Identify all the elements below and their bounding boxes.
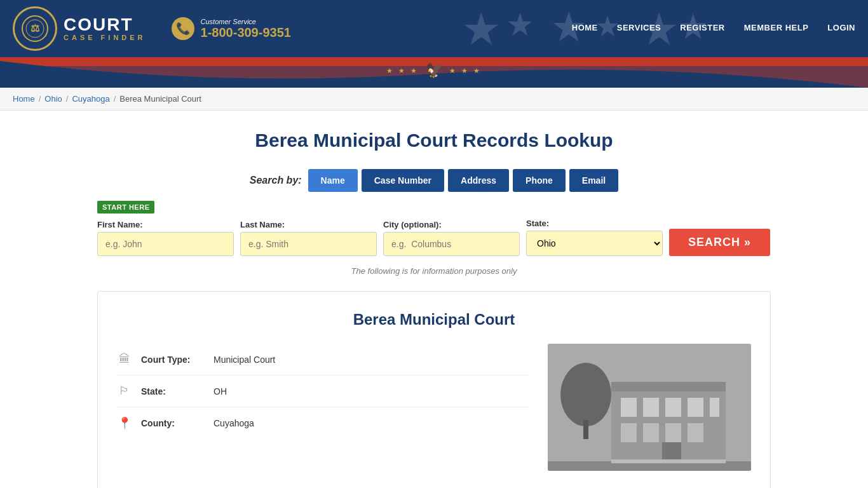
court-type-value: Municipal Court bbox=[214, 355, 275, 365]
eagle-icon: 🦅 bbox=[426, 62, 443, 79]
court-info-card: Berea Municipal Court 🏛 Court Type: Muni… bbox=[97, 291, 771, 488]
svg-rect-5 bbox=[583, 420, 588, 439]
disclaimer: The following is for information purpose… bbox=[97, 266, 771, 276]
tab-case-number[interactable]: Case Number bbox=[362, 169, 444, 192]
search-by-label: Search by: bbox=[250, 175, 302, 186]
county-label: County: bbox=[141, 418, 205, 428]
svg-rect-12 bbox=[710, 398, 719, 417]
phone-block: 📞 Customer Service 1-800-309-9351 bbox=[172, 17, 291, 40]
svg-rect-7 bbox=[611, 382, 726, 391]
svg-rect-19 bbox=[611, 459, 726, 463]
court-type-row: 🏛 Court Type: Municipal Court bbox=[117, 344, 529, 376]
city-group: City (optional): bbox=[383, 220, 520, 256]
first-name-input[interactable] bbox=[97, 232, 234, 256]
state-detail-label: State: bbox=[141, 386, 205, 396]
last-name-group: Last Name: bbox=[240, 220, 377, 256]
start-here-badge: START HERE bbox=[97, 201, 154, 214]
logo: ⚖ COURT CASE FINDER bbox=[13, 6, 146, 51]
flag-icon: 🏳 bbox=[117, 384, 132, 398]
header: ⚖ COURT CASE FINDER 📞 Customer Service 1… bbox=[0, 0, 868, 57]
state-detail-value: OH bbox=[214, 386, 227, 396]
first-name-group: First Name: bbox=[97, 220, 234, 256]
eagle-row: ★ ★ ★ 🦅 ★ ★ ★ bbox=[386, 62, 481, 79]
breadcrumb-current: Berea Municipal Court bbox=[119, 94, 201, 104]
breadcrumb-cuyahoga[interactable]: Cuyahoga bbox=[72, 94, 109, 104]
logo-court-label: COURT bbox=[64, 16, 146, 34]
city-input[interactable] bbox=[383, 232, 520, 256]
breadcrumb-sep-3: / bbox=[114, 94, 116, 104]
state-label: State: bbox=[526, 219, 663, 228]
svg-rect-9 bbox=[643, 398, 659, 417]
svg-rect-8 bbox=[621, 398, 637, 417]
logo-text: COURT CASE FINDER bbox=[64, 16, 146, 41]
breadcrumb-bar: Home / Ohio / Cuyahoga / Berea Municipal… bbox=[0, 88, 868, 111]
last-name-input[interactable] bbox=[240, 232, 377, 256]
nav-home[interactable]: HOME bbox=[572, 23, 598, 35]
court-building-svg bbox=[548, 344, 751, 471]
svg-text:⚖: ⚖ bbox=[31, 23, 40, 34]
county-value: Cuyahoga bbox=[214, 418, 254, 428]
tab-name[interactable]: Name bbox=[308, 169, 358, 192]
nav-register[interactable]: REGISTER bbox=[680, 23, 724, 35]
search-button[interactable]: SEARCH » bbox=[669, 229, 770, 256]
pin-icon: 📍 bbox=[117, 416, 132, 430]
tab-email[interactable]: Email bbox=[569, 169, 618, 192]
svg-rect-11 bbox=[688, 398, 703, 417]
breadcrumb-ohio[interactable]: Ohio bbox=[44, 94, 62, 104]
tab-phone[interactable]: Phone bbox=[513, 169, 566, 192]
breadcrumb-home[interactable]: Home bbox=[13, 94, 35, 104]
breadcrumb-sep-2: / bbox=[66, 94, 69, 104]
nav-services[interactable]: SERVICES bbox=[617, 23, 661, 35]
phone-number: 1-800-309-9351 bbox=[201, 25, 291, 40]
left-stars: ★ ★ ★ bbox=[386, 67, 419, 75]
main-content: Berea Municipal Court Records Lookup Sea… bbox=[85, 111, 783, 488]
svg-rect-15 bbox=[665, 423, 681, 442]
phone-icon: 📞 bbox=[172, 17, 194, 40]
state-select[interactable]: Ohio Alabama Alaska Arizona California C… bbox=[526, 231, 663, 256]
city-label: City (optional): bbox=[383, 220, 520, 229]
svg-point-4 bbox=[560, 363, 611, 426]
svg-rect-16 bbox=[688, 423, 703, 442]
last-name-label: Last Name: bbox=[240, 220, 377, 229]
state-row: 🏳 State: OH bbox=[117, 376, 529, 407]
wave-section: ★ ★ ★ 🦅 ★ ★ ★ bbox=[0, 61, 868, 88]
customer-service-label: Customer Service bbox=[201, 18, 291, 25]
right-stars: ★ ★ ★ bbox=[449, 67, 482, 75]
search-form: First Name: Last Name: City (optional): … bbox=[97, 219, 771, 256]
main-nav: HOME SERVICES REGISTER MEMBER HELP LOGIN bbox=[572, 23, 855, 35]
svg-rect-13 bbox=[621, 423, 637, 442]
tab-address[interactable]: Address bbox=[448, 169, 509, 192]
nav-login[interactable]: LOGIN bbox=[827, 23, 855, 35]
search-by-row: Search by: Name Case Number Address Phon… bbox=[97, 169, 771, 192]
logo-circle: ⚖ bbox=[13, 6, 57, 51]
svg-rect-10 bbox=[665, 398, 681, 417]
court-info-title: Berea Municipal Court bbox=[117, 311, 751, 329]
building-icon: 🏛 bbox=[117, 353, 132, 366]
court-type-label: Court Type: bbox=[141, 355, 205, 365]
page-title: Berea Municipal Court Records Lookup bbox=[97, 130, 771, 151]
logo-sub-label: CASE FINDER bbox=[64, 34, 146, 41]
svg-rect-14 bbox=[643, 423, 659, 442]
court-details: 🏛 Court Type: Municipal Court 🏳 State: O… bbox=[117, 344, 529, 471]
county-row: 📍 County: Cuyahoga bbox=[117, 407, 529, 439]
breadcrumb: Home / Ohio / Cuyahoga / Berea Municipal… bbox=[13, 94, 855, 104]
nav-member-help[interactable]: MEMBER HELP bbox=[744, 23, 809, 35]
breadcrumb-sep-1: / bbox=[39, 94, 41, 104]
state-group: State: Ohio Alabama Alaska Arizona Calif… bbox=[526, 219, 663, 256]
court-image bbox=[548, 344, 751, 471]
court-info-body: 🏛 Court Type: Municipal Court 🏳 State: O… bbox=[117, 344, 751, 471]
first-name-label: First Name: bbox=[97, 220, 234, 229]
